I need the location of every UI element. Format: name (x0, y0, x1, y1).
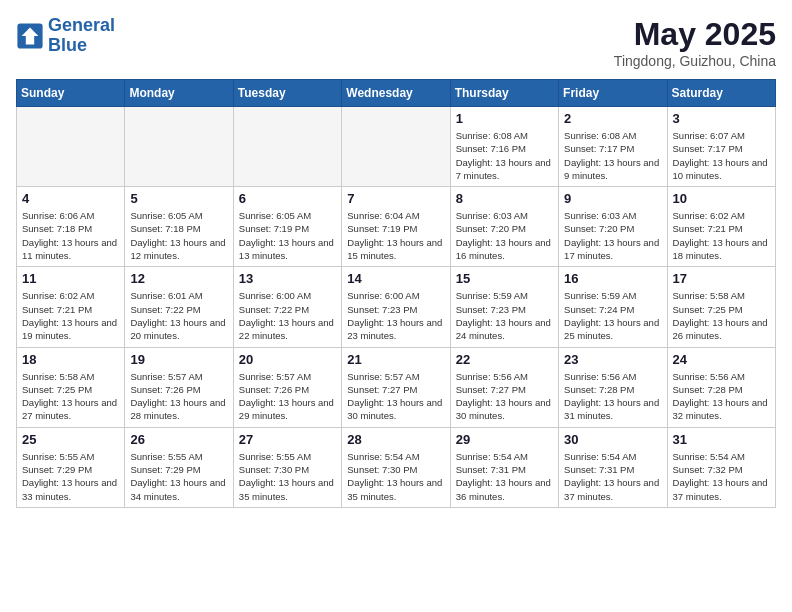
calendar-week-row: 11Sunrise: 6:02 AM Sunset: 7:21 PM Dayli… (17, 267, 776, 347)
calendar-cell: 26Sunrise: 5:55 AM Sunset: 7:29 PM Dayli… (125, 427, 233, 507)
day-number: 20 (239, 352, 336, 367)
calendar-cell: 11Sunrise: 6:02 AM Sunset: 7:21 PM Dayli… (17, 267, 125, 347)
day-info: Sunrise: 5:54 AM Sunset: 7:30 PM Dayligh… (347, 450, 444, 503)
calendar-cell: 19Sunrise: 5:57 AM Sunset: 7:26 PM Dayli… (125, 347, 233, 427)
calendar-cell: 20Sunrise: 5:57 AM Sunset: 7:26 PM Dayli… (233, 347, 341, 427)
day-info: Sunrise: 5:54 AM Sunset: 7:32 PM Dayligh… (673, 450, 770, 503)
calendar-cell: 27Sunrise: 5:55 AM Sunset: 7:30 PM Dayli… (233, 427, 341, 507)
day-number: 14 (347, 271, 444, 286)
day-info: Sunrise: 6:05 AM Sunset: 7:19 PM Dayligh… (239, 209, 336, 262)
day-number: 24 (673, 352, 770, 367)
day-info: Sunrise: 6:08 AM Sunset: 7:17 PM Dayligh… (564, 129, 661, 182)
day-number: 8 (456, 191, 553, 206)
day-number: 13 (239, 271, 336, 286)
day-number: 9 (564, 191, 661, 206)
calendar-cell: 8Sunrise: 6:03 AM Sunset: 7:20 PM Daylig… (450, 187, 558, 267)
day-number: 6 (239, 191, 336, 206)
location: Tingdong, Guizhou, China (614, 53, 776, 69)
day-number: 1 (456, 111, 553, 126)
calendar-cell: 22Sunrise: 5:56 AM Sunset: 7:27 PM Dayli… (450, 347, 558, 427)
day-number: 26 (130, 432, 227, 447)
weekday-header: Friday (559, 80, 667, 107)
day-info: Sunrise: 6:02 AM Sunset: 7:21 PM Dayligh… (673, 209, 770, 262)
day-info: Sunrise: 6:03 AM Sunset: 7:20 PM Dayligh… (456, 209, 553, 262)
logo: GeneralBlue (16, 16, 115, 56)
day-number: 29 (456, 432, 553, 447)
day-number: 10 (673, 191, 770, 206)
calendar-week-row: 25Sunrise: 5:55 AM Sunset: 7:29 PM Dayli… (17, 427, 776, 507)
calendar-cell (233, 107, 341, 187)
day-number: 23 (564, 352, 661, 367)
day-number: 17 (673, 271, 770, 286)
calendar-cell: 24Sunrise: 5:56 AM Sunset: 7:28 PM Dayli… (667, 347, 775, 427)
day-info: Sunrise: 5:57 AM Sunset: 7:27 PM Dayligh… (347, 370, 444, 423)
day-number: 4 (22, 191, 119, 206)
calendar-cell (342, 107, 450, 187)
day-info: Sunrise: 6:07 AM Sunset: 7:17 PM Dayligh… (673, 129, 770, 182)
calendar-cell: 16Sunrise: 5:59 AM Sunset: 7:24 PM Dayli… (559, 267, 667, 347)
calendar-cell: 17Sunrise: 5:58 AM Sunset: 7:25 PM Dayli… (667, 267, 775, 347)
weekday-header: Sunday (17, 80, 125, 107)
day-info: Sunrise: 5:59 AM Sunset: 7:23 PM Dayligh… (456, 289, 553, 342)
calendar-cell: 23Sunrise: 5:56 AM Sunset: 7:28 PM Dayli… (559, 347, 667, 427)
day-info: Sunrise: 5:56 AM Sunset: 7:27 PM Dayligh… (456, 370, 553, 423)
day-number: 27 (239, 432, 336, 447)
day-info: Sunrise: 5:58 AM Sunset: 7:25 PM Dayligh… (673, 289, 770, 342)
day-info: Sunrise: 5:55 AM Sunset: 7:30 PM Dayligh… (239, 450, 336, 503)
logo-icon (16, 22, 44, 50)
day-number: 2 (564, 111, 661, 126)
day-number: 16 (564, 271, 661, 286)
weekday-header: Tuesday (233, 80, 341, 107)
calendar-cell: 13Sunrise: 6:00 AM Sunset: 7:22 PM Dayli… (233, 267, 341, 347)
calendar-cell (125, 107, 233, 187)
calendar-cell: 18Sunrise: 5:58 AM Sunset: 7:25 PM Dayli… (17, 347, 125, 427)
day-number: 5 (130, 191, 227, 206)
calendar: SundayMondayTuesdayWednesdayThursdayFrid… (16, 79, 776, 508)
day-number: 12 (130, 271, 227, 286)
day-number: 22 (456, 352, 553, 367)
day-number: 3 (673, 111, 770, 126)
day-info: Sunrise: 6:00 AM Sunset: 7:22 PM Dayligh… (239, 289, 336, 342)
logo-text: GeneralBlue (48, 16, 115, 56)
calendar-week-row: 4Sunrise: 6:06 AM Sunset: 7:18 PM Daylig… (17, 187, 776, 267)
calendar-cell: 28Sunrise: 5:54 AM Sunset: 7:30 PM Dayli… (342, 427, 450, 507)
title-block: May 2025 Tingdong, Guizhou, China (614, 16, 776, 69)
calendar-cell: 7Sunrise: 6:04 AM Sunset: 7:19 PM Daylig… (342, 187, 450, 267)
day-number: 19 (130, 352, 227, 367)
calendar-cell: 25Sunrise: 5:55 AM Sunset: 7:29 PM Dayli… (17, 427, 125, 507)
weekday-header: Saturday (667, 80, 775, 107)
day-number: 18 (22, 352, 119, 367)
day-info: Sunrise: 5:56 AM Sunset: 7:28 PM Dayligh… (564, 370, 661, 423)
day-info: Sunrise: 6:05 AM Sunset: 7:18 PM Dayligh… (130, 209, 227, 262)
calendar-cell (17, 107, 125, 187)
day-number: 30 (564, 432, 661, 447)
calendar-cell: 6Sunrise: 6:05 AM Sunset: 7:19 PM Daylig… (233, 187, 341, 267)
day-info: Sunrise: 6:00 AM Sunset: 7:23 PM Dayligh… (347, 289, 444, 342)
day-info: Sunrise: 5:56 AM Sunset: 7:28 PM Dayligh… (673, 370, 770, 423)
day-number: 31 (673, 432, 770, 447)
day-info: Sunrise: 5:58 AM Sunset: 7:25 PM Dayligh… (22, 370, 119, 423)
day-info: Sunrise: 5:57 AM Sunset: 7:26 PM Dayligh… (130, 370, 227, 423)
calendar-cell: 14Sunrise: 6:00 AM Sunset: 7:23 PM Dayli… (342, 267, 450, 347)
day-info: Sunrise: 6:08 AM Sunset: 7:16 PM Dayligh… (456, 129, 553, 182)
day-number: 15 (456, 271, 553, 286)
calendar-cell: 10Sunrise: 6:02 AM Sunset: 7:21 PM Dayli… (667, 187, 775, 267)
day-info: Sunrise: 5:59 AM Sunset: 7:24 PM Dayligh… (564, 289, 661, 342)
calendar-cell: 21Sunrise: 5:57 AM Sunset: 7:27 PM Dayli… (342, 347, 450, 427)
weekday-header: Thursday (450, 80, 558, 107)
weekday-header: Monday (125, 80, 233, 107)
day-info: Sunrise: 6:06 AM Sunset: 7:18 PM Dayligh… (22, 209, 119, 262)
calendar-cell: 12Sunrise: 6:01 AM Sunset: 7:22 PM Dayli… (125, 267, 233, 347)
day-info: Sunrise: 5:54 AM Sunset: 7:31 PM Dayligh… (456, 450, 553, 503)
calendar-cell: 9Sunrise: 6:03 AM Sunset: 7:20 PM Daylig… (559, 187, 667, 267)
day-number: 25 (22, 432, 119, 447)
day-info: Sunrise: 6:02 AM Sunset: 7:21 PM Dayligh… (22, 289, 119, 342)
calendar-cell: 3Sunrise: 6:07 AM Sunset: 7:17 PM Daylig… (667, 107, 775, 187)
day-info: Sunrise: 6:03 AM Sunset: 7:20 PM Dayligh… (564, 209, 661, 262)
month-title: May 2025 (614, 16, 776, 53)
day-info: Sunrise: 6:01 AM Sunset: 7:22 PM Dayligh… (130, 289, 227, 342)
weekday-header-row: SundayMondayTuesdayWednesdayThursdayFrid… (17, 80, 776, 107)
calendar-cell: 29Sunrise: 5:54 AM Sunset: 7:31 PM Dayli… (450, 427, 558, 507)
day-info: Sunrise: 5:57 AM Sunset: 7:26 PM Dayligh… (239, 370, 336, 423)
calendar-cell: 2Sunrise: 6:08 AM Sunset: 7:17 PM Daylig… (559, 107, 667, 187)
